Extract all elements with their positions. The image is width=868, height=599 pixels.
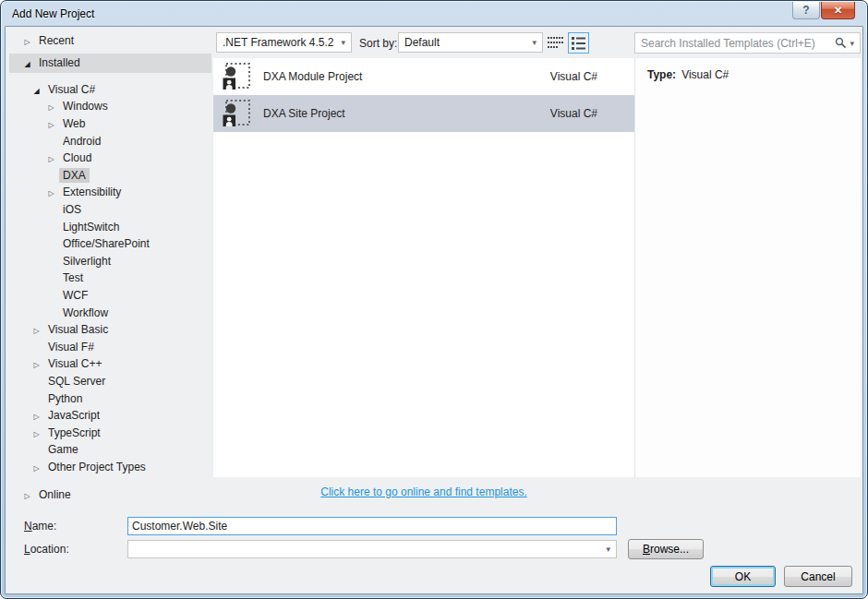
tree-item-label: WCF <box>59 288 91 303</box>
tree-item-label: Cloud <box>59 150 95 165</box>
tree-expander-icon[interactable] <box>31 83 42 96</box>
tree-item[interactable]: Extensibility <box>9 184 211 201</box>
tree-item-label: TypeScript <box>44 425 104 440</box>
tree-item[interactable]: Online <box>9 485 211 503</box>
tree-item[interactable]: Visual C++ <box>9 355 211 373</box>
tree-item[interactable]: Office/SharePoint <box>9 235 211 253</box>
online-templates-link[interactable]: Click here to go online and find templat… <box>320 485 526 498</box>
tree-expander-icon[interactable] <box>46 151 56 164</box>
sort-dropdown[interactable]: Default <box>398 32 543 53</box>
location-label: Location: <box>24 543 69 556</box>
tree-item[interactable]: SQL Server <box>9 373 211 390</box>
tree-item-label: Windows <box>59 99 112 114</box>
tree-item-label: SQL Server <box>44 374 109 389</box>
tree-item[interactable]: iOS <box>9 201 211 219</box>
template-icon <box>222 62 251 91</box>
tree-item[interactable]: TypeScript <box>9 424 211 441</box>
browse-button[interactable]: Browse... <box>628 539 704 559</box>
list-view-button[interactable] <box>568 32 589 54</box>
tree-item-label: Visual C# <box>44 82 99 97</box>
tree-item[interactable]: Android <box>9 132 211 150</box>
search-input[interactable]: Search Installed Templates (Ctrl+E) <box>634 32 861 54</box>
tree-item[interactable]: Python <box>9 389 211 407</box>
tree-item-label: Android <box>59 134 104 149</box>
tree-item[interactable]: Visual Basic <box>9 321 211 339</box>
tree-item[interactable]: Recent <box>9 32 211 50</box>
tree-item-label: Python <box>44 391 86 406</box>
framework-dropdown[interactable]: .NET Framework 4.5.2 <box>216 32 352 53</box>
tree-item[interactable]: WCF <box>9 287 211 305</box>
chevron-down-icon[interactable] <box>850 39 854 48</box>
tree-item-label: Office/SharePoint <box>59 236 153 251</box>
tree-expander-icon[interactable] <box>22 34 32 47</box>
tree-item[interactable]: Game <box>9 441 211 459</box>
tree-expander-icon[interactable] <box>31 409 42 422</box>
ok-button[interactable]: OK <box>710 566 776 587</box>
close-icon: ✕ <box>834 5 842 17</box>
tree-expander-icon[interactable] <box>31 357 42 370</box>
name-input[interactable] <box>127 517 617 535</box>
tree-item[interactable]: Test <box>9 270 211 287</box>
type-label: Type: <box>647 68 676 81</box>
list-icon <box>572 37 585 50</box>
tree-item-label: Recent <box>35 33 78 48</box>
name-label: Name: <box>24 520 56 533</box>
tree-item-label: Test <box>59 270 87 285</box>
tree-item-label: Other Project Types <box>44 460 150 474</box>
dialog-body: Recent Installed Visual C# Windows Web A… <box>5 26 863 594</box>
chevron-down-icon <box>532 38 536 47</box>
tree-item[interactable]: Other Project Types <box>9 459 211 476</box>
tree-item[interactable]: Visual F# <box>9 339 211 356</box>
tree-expander-icon[interactable] <box>31 461 42 473</box>
search-placeholder: Search Installed Templates (Ctrl+E) <box>641 37 835 50</box>
tree-item[interactable]: Workflow <box>9 304 211 321</box>
tree-item[interactable]: Web <box>9 115 211 133</box>
help-button[interactable]: ? <box>792 2 820 19</box>
location-input[interactable] <box>127 540 617 558</box>
framework-dropdown-value: .NET Framework 4.5.2 <box>223 36 333 49</box>
sort-by-label: Sort by: <box>359 37 397 50</box>
template-list: DXA Module Project Visual C# DXA Site Pr… <box>213 58 634 477</box>
search-icon[interactable] <box>835 37 847 49</box>
tree-expander-icon[interactable] <box>22 56 32 69</box>
sort-dropdown-value: Default <box>404 36 440 49</box>
cancel-button[interactable]: Cancel <box>784 566 852 587</box>
online-link-strip: Click here to go online and find templat… <box>213 485 634 498</box>
page-title: Add New Project <box>12 7 94 20</box>
tree-expander-icon[interactable] <box>46 100 56 113</box>
window-controls: ? ✕ <box>792 2 855 19</box>
template-list-item[interactable]: DXA Module Project Visual C# <box>213 58 634 95</box>
titlebar[interactable]: Add New Project ? ✕ <box>1 1 867 26</box>
tree-expander-icon[interactable] <box>46 186 56 198</box>
tree-item[interactable]: Windows <box>9 98 211 115</box>
tree-item-label: Extensibility <box>59 185 125 199</box>
small-icons-view-button[interactable] <box>545 32 566 54</box>
template-details-panel: Type:Visual C# <box>634 58 861 477</box>
tree-item[interactable]: Visual C# <box>9 81 211 99</box>
tree-item[interactable]: DXA <box>9 167 211 185</box>
tree-expander-icon[interactable] <box>31 426 42 439</box>
tree-item-label: Workflow <box>59 305 112 320</box>
tree-item-label: Installed <box>35 55 84 70</box>
tree-item[interactable]: Silverlight <box>9 253 211 270</box>
tree-item-label: Visual C++ <box>44 356 105 371</box>
chevron-down-icon <box>341 38 345 47</box>
template-list-item[interactable]: DXA Site Project Visual C# <box>213 95 634 132</box>
tree-item[interactable]: LightSwitch <box>9 218 211 235</box>
close-button[interactable]: ✕ <box>821 2 855 19</box>
location-dropdown-arrow-icon[interactable] <box>606 545 610 554</box>
question-mark-icon: ? <box>802 4 809 17</box>
tree-item-label: Game <box>44 442 82 457</box>
template-language: Visual C# <box>550 70 597 83</box>
tree-expander-icon[interactable] <box>46 117 56 130</box>
template-name: DXA Module Project <box>263 70 362 83</box>
add-new-project-dialog: Add New Project ? ✕ Recent Installed <box>0 0 868 599</box>
template-type-line: Type:Visual C# <box>647 68 850 82</box>
tree-item[interactable]: JavaScript <box>9 407 211 425</box>
tree-item[interactable]: Cloud <box>9 150 211 167</box>
tree-item-label: LightSwitch <box>59 220 123 234</box>
type-value: Visual C# <box>681 68 729 81</box>
tree-expander-icon[interactable] <box>22 488 32 501</box>
tree-item[interactable]: Installed <box>9 54 211 73</box>
tree-expander-icon[interactable] <box>31 323 42 336</box>
